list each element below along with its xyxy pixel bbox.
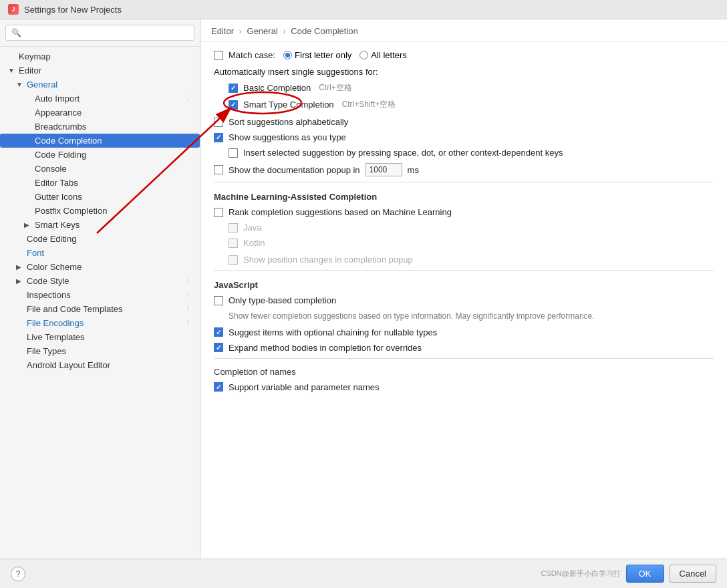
sidebar-item-code-editing[interactable]: Code Editing bbox=[0, 232, 200, 246]
breadcrumb-part: Code Completion bbox=[291, 26, 357, 36]
js-type-based-checkbox[interactable] bbox=[214, 296, 223, 305]
sidebar-item-file-types[interactable]: File Types bbox=[0, 344, 200, 358]
ml-kotlin-checkbox[interactable] bbox=[229, 239, 238, 248]
breadcrumb-separator: › bbox=[281, 26, 289, 36]
sidebar-item-label-console: Console bbox=[35, 164, 67, 174]
sidebar-item-icon-file-encodings: ⋮ bbox=[184, 319, 192, 327]
sidebar-item-code-completion[interactable]: Code Completion bbox=[0, 134, 200, 148]
sidebar-item-inspections[interactable]: Inspections⋮ bbox=[0, 288, 200, 302]
radio-all-letters-btn[interactable] bbox=[359, 51, 368, 59]
sidebar-item-label-live-templates: Live Templates bbox=[27, 332, 84, 342]
sidebar-item-label-file-and-code-templates: File and Code Templates bbox=[27, 304, 123, 314]
radio-group-match: First letter only All letters bbox=[283, 50, 407, 60]
completion-of-names-header: Completion of names bbox=[214, 367, 714, 377]
sidebar-item-label-postfix-completion: Postfix Completion bbox=[35, 206, 107, 216]
smart-type-row: Smart Type Completion Ctrl+Shift+空格 bbox=[229, 99, 714, 110]
js-optional-chaining-checkbox[interactable] bbox=[214, 327, 223, 337]
radio-first-letter[interactable]: First letter only bbox=[283, 50, 351, 60]
smart-type-label: Smart Type Completion bbox=[243, 100, 334, 110]
watermark-text: CSDN@新手小白学习打 bbox=[541, 569, 620, 579]
sidebar-item-code-folding[interactable]: Code Folding bbox=[0, 148, 200, 162]
js-expand-method-checkbox[interactable] bbox=[214, 343, 223, 352]
sidebar-item-console[interactable]: Console bbox=[0, 162, 200, 176]
ml-kotlin-row: Kotlin bbox=[229, 238, 714, 248]
sort-alpha-checkbox[interactable] bbox=[214, 118, 223, 127]
js-expand-method-label: Expand method bodies in completion for o… bbox=[229, 343, 422, 353]
show-suggestions-row: Show suggestions as you type bbox=[214, 132, 714, 142]
sidebar-item-label-color-scheme: Color Scheme bbox=[27, 262, 82, 272]
smart-type-shortcut: Ctrl+Shift+空格 bbox=[342, 99, 396, 110]
cancel-button[interactable]: Cancel bbox=[670, 565, 716, 583]
js-expand-method-row: Expand method bodies in completion for o… bbox=[214, 343, 714, 353]
search-input[interactable] bbox=[5, 25, 194, 41]
ml-rank-row: Rank completion suggestions based on Mac… bbox=[214, 207, 714, 217]
tree-arrow-general: ▼ bbox=[16, 81, 24, 88]
show-doc-checkbox[interactable] bbox=[214, 165, 223, 174]
basic-completion-label: Basic Completion bbox=[243, 83, 311, 93]
radio-all-letters[interactable]: All letters bbox=[359, 50, 406, 60]
basic-completion-row: Basic Completion Ctrl+空格 bbox=[229, 82, 714, 94]
radio-all-letters-label: All letters bbox=[371, 50, 406, 60]
ml-kotlin-label: Kotlin bbox=[243, 238, 265, 248]
radio-first-letter-label: First letter only bbox=[295, 50, 351, 60]
sidebar-item-icon-code-style: ⋮ bbox=[184, 277, 192, 285]
show-doc-input[interactable] bbox=[366, 163, 402, 176]
sidebar-item-font[interactable]: Font bbox=[0, 246, 200, 260]
show-doc-label: Show the documentation popup in bbox=[229, 165, 360, 175]
sidebar-item-label-font: Font bbox=[27, 248, 44, 258]
basic-completion-shortcut: Ctrl+空格 bbox=[319, 82, 352, 94]
radio-first-letter-btn[interactable] bbox=[283, 51, 292, 59]
sidebar-item-auto-import[interactable]: Auto Import⋮ bbox=[0, 92, 200, 106]
sidebar-item-editor-tabs[interactable]: Editor Tabs bbox=[0, 176, 200, 190]
js-type-based-row: Only type-based completion bbox=[214, 295, 714, 305]
sidebar-item-icon-inspections: ⋮ bbox=[184, 291, 192, 299]
ml-position-row: Show position changes in completion popu… bbox=[229, 255, 714, 265]
ml-java-checkbox[interactable] bbox=[229, 223, 238, 233]
tree-arrow-editor: ▼ bbox=[8, 67, 16, 74]
sidebar-item-appearance[interactable]: Appearance bbox=[0, 106, 200, 120]
sidebar-item-breadcrumbs[interactable]: Breadcrumbs bbox=[0, 120, 200, 134]
sidebar-item-label-breadcrumbs: Breadcrumbs bbox=[35, 122, 86, 132]
js-optional-chaining-row: Suggest items with optional chaining for… bbox=[214, 327, 714, 337]
sidebar-item-gutter-icons[interactable]: Gutter Icons bbox=[0, 190, 200, 204]
match-case-checkbox[interactable] bbox=[214, 51, 223, 60]
breadcrumb-part: Editor bbox=[211, 26, 234, 36]
sidebar-item-label-editor-tabs: Editor Tabs bbox=[35, 178, 78, 188]
sidebar-item-live-templates[interactable]: Live Templates bbox=[0, 330, 200, 344]
ml-section-header: Machine Learning-Assisted Completion bbox=[214, 192, 714, 202]
sidebar-item-file-and-code-templates[interactable]: File and Code Templates⋮ bbox=[0, 302, 200, 316]
sidebar-item-postfix-completion[interactable]: Postfix Completion bbox=[0, 204, 200, 218]
title-bar: J Settings for New Projects bbox=[0, 0, 727, 19]
sidebar-item-label-editor: Editor bbox=[19, 65, 41, 76]
js-section-header: JavaScript bbox=[214, 280, 714, 290]
sidebar-item-label-general: General bbox=[27, 80, 57, 90]
sidebar-item-keymap[interactable]: Keymap bbox=[0, 49, 200, 63]
sidebar-item-file-encodings[interactable]: File Encodings⋮ bbox=[0, 316, 200, 330]
show-suggestions-checkbox[interactable] bbox=[214, 133, 223, 142]
smart-type-checkbox[interactable] bbox=[229, 100, 238, 110]
sidebar-item-editor[interactable]: ▼Editor bbox=[0, 63, 200, 78]
ml-java-label: Java bbox=[243, 223, 261, 233]
sidebar-item-android-layout-editor[interactable]: Android Layout Editor bbox=[0, 358, 200, 372]
sidebar-item-color-scheme[interactable]: ▶Color Scheme bbox=[0, 260, 200, 274]
support-variable-checkbox[interactable] bbox=[214, 382, 223, 392]
show-doc-row: Show the documentation popup in ms bbox=[214, 163, 714, 176]
sidebar-item-smart-keys[interactable]: ▶Smart Keys bbox=[0, 218, 200, 232]
ok-button[interactable]: OK bbox=[626, 565, 664, 583]
sidebar-item-label-file-encodings: File Encodings bbox=[27, 318, 84, 328]
basic-completion-checkbox[interactable] bbox=[229, 84, 238, 93]
help-button[interactable]: ? bbox=[11, 567, 25, 581]
insert-space-checkbox[interactable] bbox=[229, 148, 238, 158]
js-type-based-label: Only type-based completion bbox=[229, 295, 336, 305]
sidebar-item-code-style[interactable]: ▶Code Style⋮ bbox=[0, 274, 200, 288]
ml-position-checkbox[interactable] bbox=[229, 255, 238, 265]
ml-position-label: Show position changes in completion popu… bbox=[243, 255, 413, 265]
sidebar-item-label-keymap: Keymap bbox=[19, 51, 51, 61]
ml-rank-checkbox[interactable] bbox=[214, 208, 223, 217]
sidebar-item-label-code-folding: Code Folding bbox=[35, 150, 86, 160]
tree-arrow-code-style: ▶ bbox=[16, 277, 24, 285]
window-title: Settings for New Projects bbox=[24, 5, 122, 15]
tree-arrow-smart-keys: ▶ bbox=[24, 221, 32, 229]
sidebar-item-general[interactable]: ▼General bbox=[0, 78, 200, 92]
sidebar-item-label-code-completion: Code Completion bbox=[35, 136, 102, 146]
